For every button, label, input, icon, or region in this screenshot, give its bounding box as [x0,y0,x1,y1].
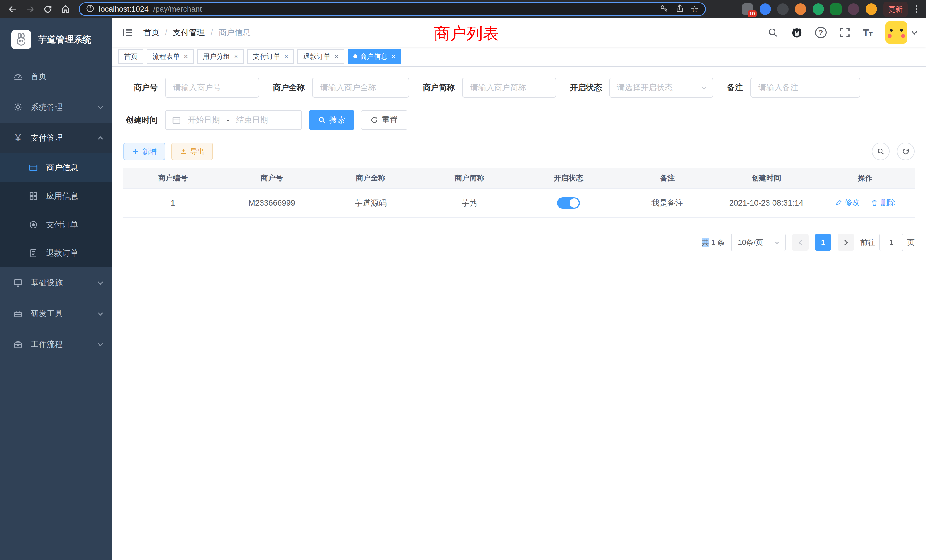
tab-label: 退款订单 [303,52,330,61]
status-select[interactable]: 请选择开启状态 [609,77,713,97]
search-button[interactable]: 搜索 [309,110,354,130]
github-icon[interactable] [791,27,803,38]
add-button[interactable]: 新增 [123,142,165,160]
fullscreen-icon[interactable] [839,27,850,38]
tab-label: 用户分组 [203,52,230,61]
chevron-down-icon [98,279,103,285]
tab-close-icon[interactable]: × [334,53,338,61]
export-button[interactable]: 导出 [171,142,213,160]
search-icon[interactable] [767,27,779,38]
reset-button[interactable]: 重置 [361,110,407,130]
tab-close-icon[interactable]: × [284,53,288,61]
refresh-icon [370,116,378,124]
browser-menu-icon[interactable] [914,5,919,13]
browser-update-button[interactable]: 更新 [883,2,908,17]
sidebar-item-label: 系统管理 [31,102,92,113]
breadcrumb-separator: / [165,28,167,37]
site-info-icon[interactable] [86,4,94,14]
address-bar[interactable]: localhost:1024/pay/merchant ☆ [79,2,706,16]
app-title: 芋道管理系统 [38,34,91,45]
remark-input[interactable] [750,77,860,97]
full-name-input[interactable] [312,77,409,97]
cell-full-name: 芋道源码 [321,189,420,217]
tab-refund-order[interactable]: 退款订单 × [297,49,344,64]
font-size-icon[interactable]: TT [863,27,873,38]
jumper-prefix: 前往 [861,238,875,248]
page-size-select[interactable]: 10条/页 [731,233,786,251]
sidebar-item-home[interactable]: 首页 [0,61,112,92]
forward-icon[interactable] [23,2,38,17]
home-icon[interactable] [58,2,73,17]
password-key-icon[interactable] [660,4,669,14]
extension-icon-7[interactable] [848,3,859,15]
create-time-label: 创建时间 [123,115,158,126]
tab-close-icon[interactable]: × [392,53,395,61]
briefcase-icon [12,340,24,349]
cell-merchant-id: 1 [123,189,222,217]
sidebar-item-payment[interactable]: ¥ 支付管理 [0,123,112,153]
current-page-button[interactable]: 1 [815,234,831,251]
sidebar-item-label: 基础设施 [31,277,92,288]
sidebar-item-system[interactable]: 系统管理 [0,92,112,123]
user-avatar[interactable] [885,21,908,44]
tab-user-group[interactable]: 用户分组 × [197,49,244,64]
sidebar-item-infrastructure[interactable]: 基础设施 [0,268,112,298]
extension-icon-2[interactable] [760,3,771,15]
col-remark: 备注 [618,168,717,189]
tags-view: 首页 流程表单 × 用户分组 × 支付订单 × 退款订单 × 商户信息 × [112,47,926,67]
status-toggle[interactable] [557,197,580,209]
sidebar-item-label: 应用信息 [46,191,102,201]
active-dot [353,54,357,59]
sidebar-item-pay-order[interactable]: 支付订单 [0,210,112,239]
next-page-button[interactable] [838,234,854,251]
hamburger-icon[interactable] [122,27,134,38]
reload-icon[interactable] [41,2,55,17]
tab-merchant-info[interactable]: 商户信息 × [348,49,401,64]
extension-icon-5[interactable] [813,3,824,15]
merchant-no-input[interactable] [165,77,259,97]
url-host: localhost:1024 [99,5,148,14]
toggle-search-button[interactable] [872,142,890,160]
tab-close-icon[interactable]: × [184,53,188,61]
page-content: 商户号 商户全称 商户简称 开启状态 请选择开启状态 [112,67,926,560]
browser-profile-avatar[interactable] [865,3,877,15]
tab-pay-order[interactable]: 支付订单 × [247,49,294,64]
sidebar-item-refund-order[interactable]: 退款订单 [0,239,112,268]
chevron-right-icon [843,240,847,245]
tab-home[interactable]: 首页 [118,49,144,64]
jumper-suffix: 页 [907,238,915,248]
refresh-table-button[interactable] [897,142,915,160]
sidebar-item-app-info[interactable]: 应用信息 [0,182,112,210]
page-size-value: 10条/页 [738,238,763,248]
cell-remark: 我是备注 [618,189,717,217]
search-button-label: 搜索 [329,115,345,126]
sidebar-item-label: 商户信息 [46,162,102,173]
sidebar-item-workflow[interactable]: 工作流程 [0,329,112,360]
breadcrumb-home[interactable]: 首页 [144,27,159,38]
sidebar-item-merchant-info[interactable]: 商户信息 [0,153,112,182]
tab-close-icon[interactable]: × [234,53,238,61]
breadcrumb-payment[interactable]: 支付管理 [173,27,205,38]
short-name-label: 商户简称 [423,82,455,93]
extension-icon-4[interactable] [795,3,806,15]
app-logo[interactable]: 芋道管理系统 [0,18,112,61]
help-icon[interactable]: ? [815,27,826,38]
create-time-range-picker[interactable]: 开始日期 - 结束日期 [165,110,302,130]
sidebar-item-label: 首页 [31,71,102,82]
sidebar-item-dev-tools[interactable]: 研发工具 [0,298,112,329]
tab-label: 流程表单 [153,52,180,61]
jumper-input[interactable] [879,233,903,251]
tab-process-form[interactable]: 流程表单 × [147,49,194,64]
edit-link[interactable]: 修改 [835,198,859,207]
bookmark-star-icon[interactable]: ☆ [690,5,699,14]
cell-create-time: 2021-10-23 08:31:14 [717,189,816,217]
short-name-input[interactable] [462,77,556,97]
chevron-down-icon[interactable] [912,29,917,34]
share-icon[interactable] [675,4,684,14]
back-icon[interactable] [5,2,20,17]
extension-icon-1[interactable]: 10 [742,3,753,15]
extension-icon-6[interactable] [830,3,841,15]
delete-link[interactable]: 删除 [871,198,895,207]
extension-icon-3[interactable] [777,3,788,15]
prev-page-button[interactable] [792,234,808,251]
